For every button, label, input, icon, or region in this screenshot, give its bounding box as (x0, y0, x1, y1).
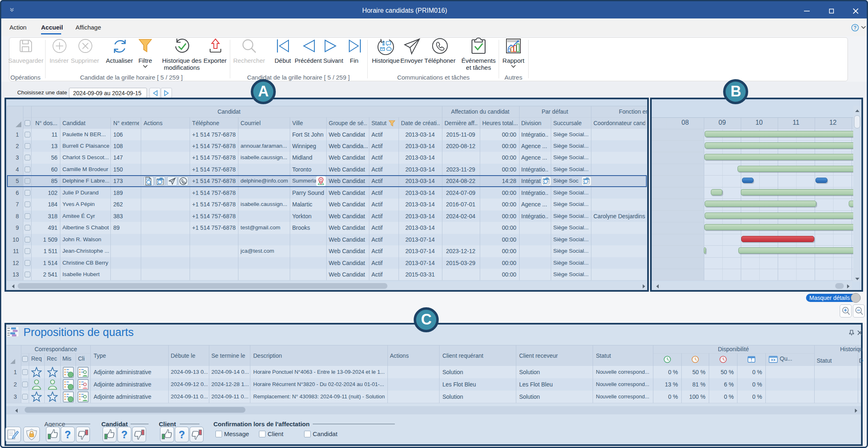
svg-text:!: ! (751, 357, 752, 362)
svg-text:?: ? (854, 25, 857, 31)
svg-text:××: ×× (771, 358, 776, 362)
